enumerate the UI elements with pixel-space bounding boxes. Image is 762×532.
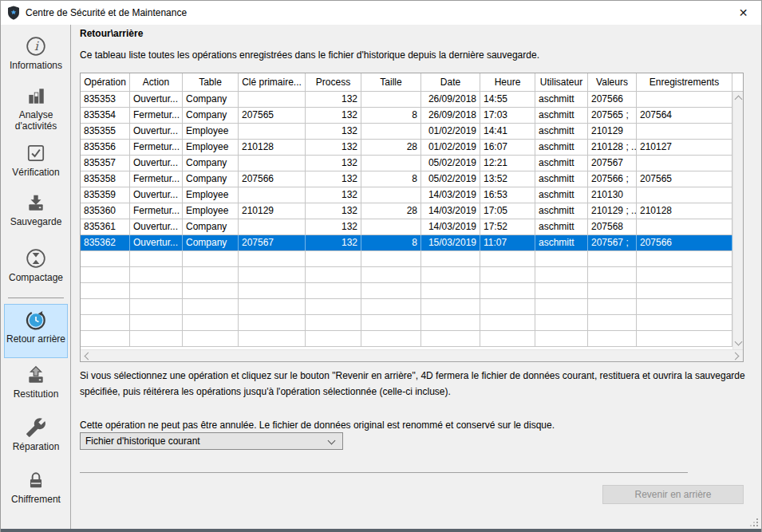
log-file-dropdown[interactable]: Fichier d'historique courant [80,432,343,450]
column-header[interactable]: Heure [480,73,535,91]
table-row[interactable]: 835353Ouvertur...Company13226/09/201814:… [81,92,732,108]
table-cell [183,267,239,282]
table-row[interactable] [81,251,732,267]
column-header[interactable]: Table [183,73,239,91]
table-cell: 207566 [637,235,732,250]
table-body: 835353Ouvertur...Company13226/09/201814:… [81,92,732,349]
table-cell: 207566 [588,92,637,107]
table-cell: Ouvertur... [130,124,183,139]
column-header[interactable]: Clé primaire... [239,73,306,91]
table-cell: Company [183,219,239,234]
table-row[interactable]: 835358Fermetur...Company207566132805/02/… [81,171,732,187]
table-cell: Employee [183,203,239,219]
sidebar-item-retour-arriere[interactable]: Retour arrière [4,304,68,358]
table-cell: 835357 [81,156,130,171]
table-cell [361,331,421,346]
sidebar-item-compactage[interactable]: Compactage [1,248,71,283]
rollback-clock-icon [26,309,46,330]
sidebar-item-reparation[interactable]: Réparation [1,417,71,452]
column-header[interactable]: Date [421,73,480,91]
column-header[interactable]: Enregistrements [637,73,732,91]
sidebar-item-chiffrement[interactable]: Chiffrement [1,470,71,505]
main-panel: Retour\arrière Ce tableau liste toutes l… [71,25,761,529]
table-cell [637,124,732,139]
scroll-down-icon[interactable] [735,338,743,346]
table-cell [239,315,306,330]
table-row-selected[interactable]: 835362Ouvertur...Company207567132815/03/… [81,235,732,251]
table-row[interactable]: 835360Fermetur...Employee2101291322814/0… [81,203,732,219]
sidebar-item-label: Réparation [13,441,60,452]
sidebar-item-label: Sauvegarde [10,216,62,227]
table-cell [361,219,421,234]
table-cell: aschmitt [535,235,588,250]
sidebar-item-analyse-activites[interactable]: Analyse d'activités [1,85,71,132]
sidebar-item-informations[interactable]: i Informations [1,36,71,71]
scroll-up-icon[interactable] [735,96,743,104]
column-header[interactable]: Valeurs [588,73,637,91]
column-header[interactable]: Taille [361,73,421,91]
table-cell: 835361 [81,219,130,234]
table-cell [361,124,421,139]
table-cell: 8 [361,171,421,187]
table-cell: 210130 [588,187,637,203]
table-cell: aschmitt [535,140,588,155]
table-row[interactable] [81,315,732,331]
sidebar-item-restitution[interactable]: Restitution [1,365,71,400]
table-row[interactable] [81,331,732,347]
table-cell: 17:05 [480,203,535,219]
table-cell: 05/02/2019 [421,156,480,171]
table-row[interactable]: 835355Ouvertur...Employee13201/02/201914… [81,124,732,140]
table-row[interactable]: 835357Ouvertur...Company13205/02/201912:… [81,156,732,171]
table-cell [239,251,306,266]
scroll-right-icon[interactable] [732,353,740,361]
table-row[interactable] [81,283,732,299]
table-cell [306,315,361,330]
resize-grip-icon[interactable] [750,518,759,527]
table-row[interactable]: 835354Fermetur...Company207565132826/09/… [81,108,732,124]
table-row[interactable]: 835361Ouvertur...Company13214/03/201917:… [81,219,732,235]
separator [80,472,688,473]
table-cell: 132 [306,203,361,219]
table-cell [637,299,732,314]
table-row[interactable] [81,267,732,283]
column-header[interactable]: Process [306,73,361,91]
rollback-button[interactable]: Revenir en arrière [602,485,744,504]
table-cell: 26/09/2018 [421,92,480,107]
table-cell: Company [183,108,239,123]
table-cell: Ouvertur... [130,187,183,203]
table-cell: 207565 ; [588,108,637,123]
table-cell: Company [183,171,239,187]
table-cell [361,251,421,266]
sidebar-item-verification[interactable]: Vérification [1,143,71,178]
table-cell: 132 [306,124,361,139]
table-cell: Fermetur... [130,203,183,219]
column-header[interactable]: Action [130,73,183,91]
table-cell: 207565 [239,108,306,123]
table-cell [535,315,588,330]
scroll-left-icon[interactable] [85,353,93,361]
sidebar-item-sauvegarde[interactable]: Sauvegarde [1,192,71,227]
table-row[interactable]: 835359Ouvertur...Employee13214/03/201916… [81,187,732,203]
table-cell [239,124,306,139]
table-cell [637,219,732,234]
close-button[interactable]: ✕ [725,1,761,24]
table-cell: Company [183,92,239,107]
column-header[interactable]: Opération [81,73,130,91]
column-header[interactable]: Utilisateur [535,73,588,91]
table-cell: 835353 [81,92,130,107]
table-cell [306,331,361,346]
table-cell [588,267,637,282]
table-cell [480,331,535,346]
sidebar-item-label: Restitution [14,388,59,400]
vertical-scrollbar[interactable] [732,92,743,349]
table-cell [130,251,183,266]
table-cell: 05/02/2019 [421,171,480,187]
table-cell: 207564 [637,108,732,123]
table-row[interactable] [81,299,732,315]
table-cell: 207567 ; [588,235,637,250]
table-cell: Employee [183,124,239,139]
table-cell [361,315,421,330]
horizontal-scrollbar[interactable] [81,349,743,361]
table-row[interactable]: 835356Fermetur...Employee2101281322801/0… [81,140,732,156]
table-cell [637,331,732,346]
